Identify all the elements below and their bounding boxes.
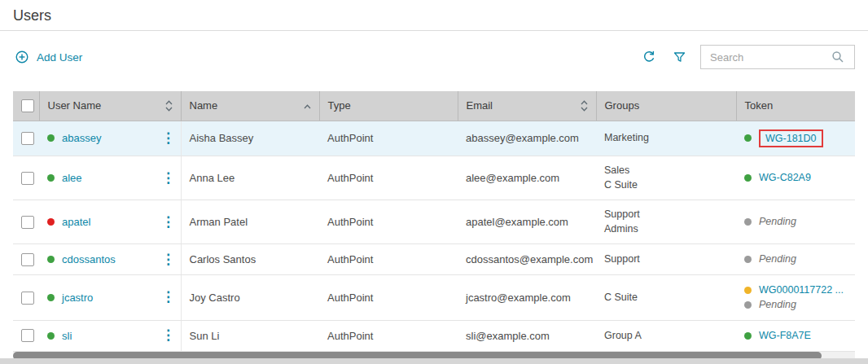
token-cell: WG0000117722 ...Pending [736,275,855,321]
search-icon[interactable] [829,48,847,66]
token-line: WG-F8A7E [744,329,847,343]
user-name-link[interactable]: alee [62,171,82,186]
refresh-icon[interactable] [640,48,658,66]
user-name-link[interactable]: jcastro [62,291,93,305]
user-status-dot [47,134,55,142]
column-header-token[interactable]: Token [736,91,855,121]
user-name-link[interactable]: cdossantos [62,252,116,267]
email-cell: cdossantos@example.com [458,244,596,275]
token-pending-label: Pending [759,215,796,229]
token-link[interactable]: WG-181D0 [765,133,817,144]
row-menu-kebab-icon[interactable]: ⋮ [161,214,175,230]
table-row: sli⋮Sun LiAuthPointsli@example.comGroup … [13,321,855,352]
user-name-cell: apatel [39,200,153,244]
type-cell: AuthPoint [319,121,458,156]
email-cell: jcastro@example.com [458,275,596,321]
row-checkbox[interactable] [21,292,34,305]
name-value: Anna Lee [190,172,235,184]
annotation-highlight-box: WG-181D0 [759,129,823,148]
toolbar: Add User [13,44,855,70]
column-header-email[interactable]: Email [458,91,596,121]
column-label: Groups [605,99,640,112]
sort-updown-icon[interactable] [581,100,588,112]
row-select-cell [13,156,39,200]
token-cell: WG-C82A9 [736,156,855,200]
user-name-link[interactable]: apatel [62,215,90,230]
search-box [700,45,855,69]
type-cell: AuthPoint [319,275,458,321]
user-status-dot [47,332,55,340]
group-name: Sales [604,164,728,178]
groups-cell: Group A [596,321,736,352]
token-link[interactable]: WG-F8A7E [759,329,811,343]
row-menu-cell: ⋮ [153,244,181,275]
groups-cell: SalesC Suite [596,156,736,200]
type-value: AuthPoint [327,292,373,304]
sort-updown-icon[interactable] [165,100,173,112]
token-status-dot [744,332,752,340]
type-cell: AuthPoint [319,156,458,200]
users-table: User NameNameTypeEmailGroupsToken abasse… [13,91,855,352]
type-cell: AuthPoint [319,321,458,352]
name-cell: Carlos Santos [181,244,319,275]
name-value: Arman Patel [190,216,248,228]
add-user-button[interactable]: Add User [13,48,82,66]
token-line: WG-C82A9 [744,171,847,185]
filter-icon[interactable] [670,48,688,66]
row-select-cell [13,121,39,156]
sort-asc-icon[interactable] [304,99,311,112]
token-line: WG0000117722 ... [744,283,847,297]
column-header-name[interactable]: Name [181,91,319,121]
user-name-link[interactable]: abassey [62,131,101,146]
header-row: User NameNameTypeEmailGroupsToken [13,91,855,121]
token-link[interactable]: WG-C82A9 [759,171,811,185]
row-checkbox[interactable] [21,253,34,266]
row-menu-kebab-icon[interactable]: ⋮ [161,327,175,343]
type-cell: AuthPoint [319,244,458,275]
token-status-dot [744,174,752,182]
row-checkbox[interactable] [21,329,34,342]
user-name-cell: jcastro [39,275,153,321]
row-checkbox[interactable] [21,172,34,185]
token-status-dot [744,218,752,226]
row-menu-kebab-icon[interactable]: ⋮ [161,252,175,267]
column-header-type[interactable]: Type [319,91,458,121]
row-menu-kebab-icon[interactable]: ⋮ [161,130,175,146]
row-menu-cell: ⋮ [153,200,181,244]
groups-cell: Marketing [596,121,736,156]
row-select-cell [13,321,39,352]
table-row: cdossantos⋮Carlos SantosAuthPointcdossan… [13,244,855,275]
email-cell: abassey@example.com [458,121,596,156]
select-all-cell [13,91,39,121]
token-pending-label: Pending [759,252,796,266]
row-checkbox[interactable] [21,132,34,145]
column-label: Name [190,99,218,112]
group-name: Group A [604,329,728,344]
column-header-groups[interactable]: Groups [596,91,736,121]
row-checkbox[interactable] [21,216,34,229]
group-name: Admins [604,222,728,237]
email-value: apatel@example.com [466,216,568,228]
row-menu-kebab-icon[interactable]: ⋮ [161,289,175,305]
email-cell: alee@example.com [458,156,596,200]
token-pending-label: Pending [759,298,796,312]
column-header-username[interactable]: User Name [39,91,181,121]
type-cell: AuthPoint [319,200,458,244]
row-menu-kebab-icon[interactable]: ⋮ [161,170,175,186]
email-value: alee@example.com [466,172,559,184]
users-page: Users Add User User NameNameTypeEmailGro… [0,0,868,364]
add-user-label: Add User [37,51,82,64]
name-value: Aisha Bassey [190,132,254,144]
token-link[interactable]: WG0000117722 ... [759,283,844,297]
token-cell: WG-181D0 [736,121,855,156]
select-all-checkbox[interactable] [21,99,34,112]
email-value: abassey@example.com [466,132,579,144]
type-value: AuthPoint [327,253,373,265]
user-name-link[interactable]: sli [62,329,72,344]
name-value: Sun Li [190,330,220,342]
group-name: Support [604,208,728,222]
email-value: cdossantos@example.com [466,253,593,265]
row-menu-cell: ⋮ [153,321,181,352]
search-input[interactable] [708,50,824,64]
user-name-cell: alee [39,156,153,200]
